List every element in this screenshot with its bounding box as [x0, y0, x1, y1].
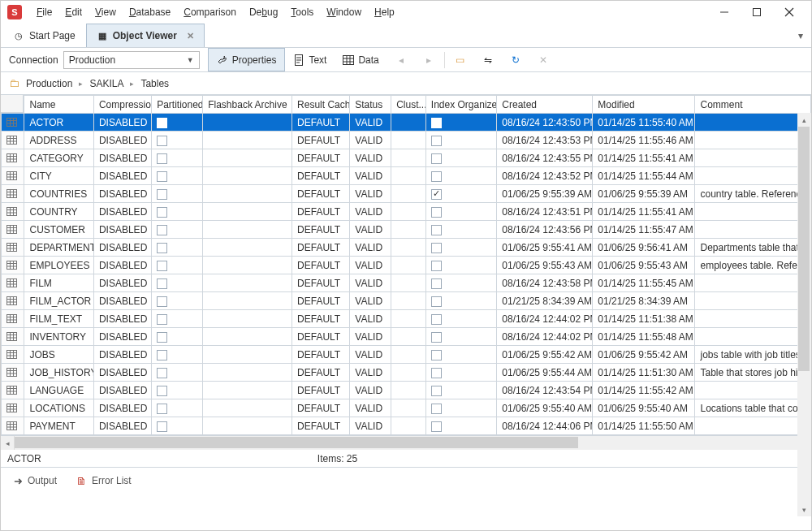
table-row[interactable]: JOB_HISTORYDISABLEDDEFAULTVALID01/06/25 …: [2, 364, 811, 382]
checkbox[interactable]: [431, 368, 442, 378]
cell[interactable]: [203, 132, 292, 149]
checkbox[interactable]: [431, 189, 442, 200]
cell[interactable]: 01/06/25 9:55:41 AM: [497, 239, 593, 257]
cell[interactable]: [391, 346, 426, 364]
checkbox[interactable]: [431, 278, 442, 289]
table-row[interactable]: LANGUAGEDISABLEDDEFAULTVALID08/16/24 12:…: [2, 382, 811, 399]
cell[interactable]: [425, 203, 496, 221]
cell[interactable]: [425, 167, 496, 185]
cell[interactable]: 01/06/25 9:55:39 AM: [497, 185, 593, 203]
checkbox[interactable]: [431, 207, 442, 218]
cell[interactable]: 01/06/25 9:55:43 AM: [497, 257, 593, 274]
checkbox[interactable]: [157, 296, 167, 307]
cell[interactable]: [425, 149, 496, 167]
row-gutter[interactable]: [2, 203, 24, 221]
table-row[interactable]: CUSTOMERDISABLEDDEFAULTVALID08/16/24 12:…: [2, 221, 811, 239]
cell[interactable]: VALID: [350, 310, 391, 328]
menu-comparison[interactable]: Comparison: [177, 6, 243, 18]
cell[interactable]: DEFAULT: [292, 185, 350, 203]
cell[interactable]: [391, 167, 426, 185]
cell[interactable]: [203, 185, 292, 203]
cell[interactable]: DISABLED: [93, 221, 151, 239]
undo-button[interactable]: ⇋: [474, 48, 502, 71]
tab-start-page[interactable]: ◷ Start Page: [2, 24, 86, 47]
column-header[interactable]: Clust...: [391, 96, 426, 114]
cell[interactable]: [695, 328, 811, 346]
cell[interactable]: [695, 203, 811, 221]
cell[interactable]: DEFAULT: [292, 221, 350, 239]
cell[interactable]: FILM: [24, 274, 93, 292]
cell[interactable]: [152, 417, 203, 435]
table-row[interactable]: COUNTRYDISABLEDDEFAULTVALID08/16/24 12:4…: [2, 203, 811, 221]
cell[interactable]: [425, 257, 496, 274]
cell[interactable]: [203, 310, 292, 328]
table-row[interactable]: FILM_TEXTDISABLEDDEFAULTVALID08/16/24 12…: [2, 310, 811, 328]
cell[interactable]: 01/14/25 11:55:47 AM: [593, 221, 695, 239]
cell[interactable]: 08/16/24 12:43:54 PM: [497, 382, 593, 399]
cell[interactable]: DISABLED: [93, 257, 151, 274]
cell[interactable]: VALID: [350, 203, 391, 221]
cell[interactable]: DISABLED: [93, 274, 151, 292]
cell[interactable]: 01/06/25 9:55:40 AM: [497, 399, 593, 417]
table-row[interactable]: FILMDISABLEDDEFAULTVALID08/16/24 12:43:5…: [2, 274, 811, 292]
grid-scroll[interactable]: NameCompressionPartitionedFlashback Arch…: [1, 95, 811, 436]
cell[interactable]: 08/16/24 12:44:02 PM: [497, 328, 593, 346]
output-tab[interactable]: ➜ Output: [14, 475, 57, 487]
cell[interactable]: 01/06/25 9:55:39 AM: [593, 185, 695, 203]
checkbox[interactable]: [157, 278, 167, 289]
minimize-button[interactable]: [715, 3, 733, 21]
cell[interactable]: [425, 274, 496, 292]
cell[interactable]: [152, 364, 203, 382]
tab-overflow-button[interactable]: ▾: [790, 24, 811, 47]
cell[interactable]: 01/14/25 11:55:48 AM: [593, 328, 695, 346]
close-icon[interactable]: ✕: [187, 31, 194, 41]
cell[interactable]: [391, 149, 426, 167]
cell[interactable]: JOBS: [24, 346, 93, 364]
column-header[interactable]: Flashback Archive: [203, 96, 292, 114]
checkbox[interactable]: [157, 171, 167, 182]
cell[interactable]: DEFAULT: [292, 149, 350, 167]
cell[interactable]: [695, 132, 811, 149]
table-row[interactable]: COUNTRIESDISABLEDDEFAULTVALID01/06/25 9:…: [2, 185, 811, 203]
cell[interactable]: [391, 417, 426, 435]
cell[interactable]: 08/16/24 12:43:56 PM: [497, 221, 593, 239]
cell[interactable]: [391, 399, 426, 417]
cell[interactable]: FILM_ACTOR: [24, 292, 93, 310]
cell[interactable]: [391, 132, 426, 149]
cell[interactable]: CUSTOMER: [24, 221, 93, 239]
cell[interactable]: 08/16/24 12:44:02 PM: [497, 310, 593, 328]
cell[interactable]: 01/14/25 11:51:30 AM: [593, 364, 695, 382]
cell[interactable]: [203, 221, 292, 239]
menu-database[interactable]: Database: [123, 6, 177, 18]
cell[interactable]: [203, 399, 292, 417]
connection-select[interactable]: Production ▼: [63, 51, 200, 69]
cell[interactable]: [203, 364, 292, 382]
cell[interactable]: DEPARTMENTS: [24, 239, 93, 257]
row-gutter[interactable]: [2, 399, 24, 417]
cell[interactable]: VALID: [350, 114, 391, 132]
horizontal-scrollbar[interactable]: ◂ ▸: [1, 436, 811, 450]
cell[interactable]: [203, 274, 292, 292]
cell[interactable]: Locations table that cor: [695, 399, 811, 417]
cell[interactable]: DISABLED: [93, 203, 151, 221]
cell[interactable]: Departments table that: [695, 239, 811, 257]
delete-button[interactable]: ✕: [529, 48, 557, 71]
cell[interactable]: CITY: [24, 167, 93, 185]
row-gutter[interactable]: [2, 417, 24, 435]
cell[interactable]: 08/16/24 12:43:58 PM: [497, 274, 593, 292]
checkbox[interactable]: [157, 136, 167, 146]
cell[interactable]: [203, 346, 292, 364]
cell[interactable]: VALID: [350, 185, 391, 203]
column-header[interactable]: Result Cache: [292, 96, 350, 114]
checkbox[interactable]: [157, 314, 167, 325]
checkbox[interactable]: [431, 261, 442, 271]
cell[interactable]: Table that stores job hi: [695, 364, 811, 382]
cell[interactable]: [203, 203, 292, 221]
cell[interactable]: [391, 364, 426, 382]
cell[interactable]: [695, 417, 811, 435]
table-row[interactable]: EMPLOYEESDISABLEDDEFAULTVALID01/06/25 9:…: [2, 257, 811, 274]
row-gutter[interactable]: [2, 114, 24, 132]
cell[interactable]: [152, 149, 203, 167]
cell[interactable]: [391, 239, 426, 257]
table-row[interactable]: LOCATIONSDISABLEDDEFAULTVALID01/06/25 9:…: [2, 399, 811, 417]
